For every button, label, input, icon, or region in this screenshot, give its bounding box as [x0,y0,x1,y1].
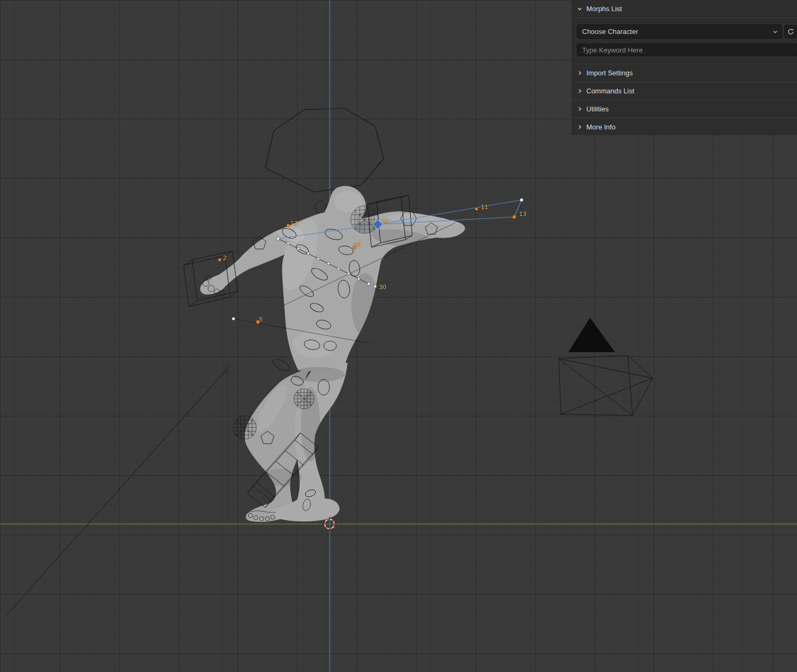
section-label: Import Settings [586,69,633,77]
chevron-right-icon [577,88,583,94]
panel-section-commands-list[interactable]: Commands List [573,82,797,100]
choose-character-dropdown[interactable]: Choose Character [577,24,782,39]
section-label: Morphs List [586,5,622,13]
empty-axes-marker [220,362,233,376]
section-label: Utilities [586,105,609,113]
chevron-right-icon [577,70,583,76]
morphs-list-content: Choose Character [573,18,797,64]
panel-section-utilities[interactable]: Utilities [573,100,797,118]
refresh-button[interactable] [784,25,797,38]
chevron-right-icon [577,124,583,130]
refresh-icon [787,28,794,35]
figure-model[interactable] [200,186,465,522]
empty-objects-right [559,318,653,415]
dropdown-value: Choose Character [582,28,638,36]
panel-section-morphs-list[interactable]: Morphs List [573,0,797,18]
sidebar-panel: Morphs List Choose Character [572,0,797,135]
chevron-down-icon [773,29,778,34]
chevron-down-icon [577,6,583,12]
constraint-line [6,367,229,615]
section-label: Commands List [586,87,634,95]
keyword-input[interactable] [577,43,797,56]
panel-section-import-settings[interactable]: Import Settings [573,64,797,82]
section-label: More Info [586,123,616,131]
octagon-empty [265,108,384,192]
app-window: 11131746234305 Morphs List Choose Charac… [0,0,797,672]
panel-section-more-info[interactable]: More Info [573,118,797,135]
chevron-right-icon [577,106,583,112]
